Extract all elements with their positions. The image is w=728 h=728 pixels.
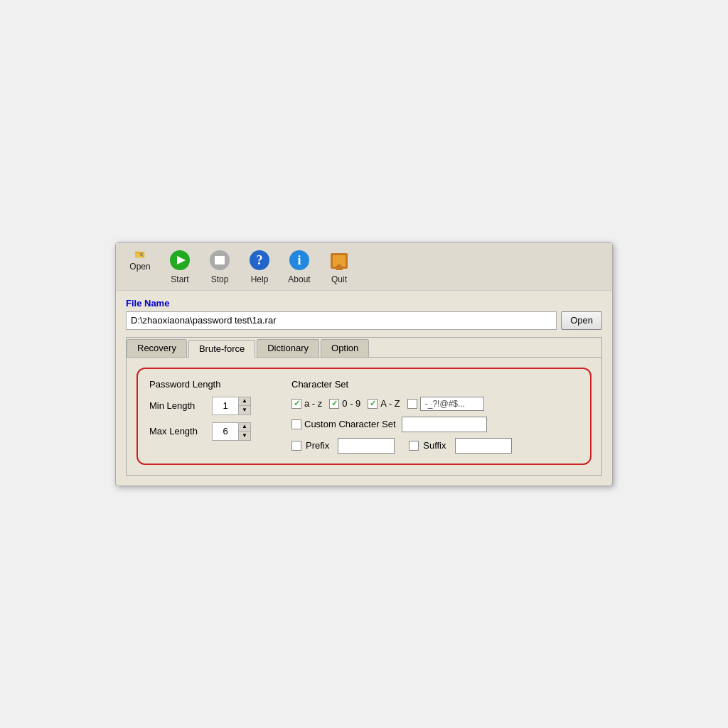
svg-text:?: ? xyxy=(257,253,263,267)
stop-toolbar-button[interactable]: Stop xyxy=(207,249,232,284)
min-length-down-button[interactable]: ▼ xyxy=(239,406,250,414)
zero9-checkbox-item: ✓ 0 - 9 xyxy=(329,398,360,409)
bf-top-row: Password Length Min Length ▲ ▼ xyxy=(149,379,579,454)
special-checkbox-item: -_?!@#$... xyxy=(407,397,484,411)
min-length-input[interactable] xyxy=(213,397,238,414)
svg-rect-18 xyxy=(337,264,341,267)
toolbar: Open Start Stop ? Help xyxy=(116,243,612,291)
suffix-input[interactable] xyxy=(455,438,512,454)
file-path-input[interactable] xyxy=(126,311,557,330)
zero9-checkbox[interactable]: ✓ xyxy=(329,399,339,409)
brute-force-tab-content: Password Length Min Length ▲ ▼ xyxy=(127,357,601,475)
AZ-checkbox-item: ✓ A - Z xyxy=(368,398,400,409)
max-length-row: Max Length ▲ ▼ xyxy=(149,422,263,441)
main-content: File Name Open Recovery Brute-force Dict… xyxy=(116,291,612,486)
password-length-title: Password Length xyxy=(149,379,263,390)
zero9-checkmark: ✓ xyxy=(331,400,338,407)
tab-recovery[interactable]: Recovery xyxy=(127,339,187,357)
zero9-label: 0 - 9 xyxy=(342,398,360,409)
az-label: a - z xyxy=(304,398,322,409)
svg-rect-3 xyxy=(135,253,144,257)
max-length-spinner: ▲ ▼ xyxy=(212,422,251,441)
help-toolbar-button[interactable]: ? Help xyxy=(247,249,272,284)
min-length-up-button[interactable]: ▲ xyxy=(239,397,250,406)
max-length-spinner-buttons: ▲ ▼ xyxy=(238,423,250,440)
max-length-up-button[interactable]: ▲ xyxy=(239,423,250,432)
file-open-button[interactable]: Open xyxy=(561,311,602,330)
character-set-section: Character Set ✓ a - z xyxy=(291,379,579,454)
password-length-section: Password Length Min Length ▲ ▼ xyxy=(149,379,263,454)
az-checkmark: ✓ xyxy=(294,400,300,407)
start-toolbar-button[interactable]: Start xyxy=(167,249,193,284)
charset-row3: Prefix Suffix xyxy=(291,438,579,454)
custom-charset-input[interactable] xyxy=(402,417,487,432)
min-length-row: Min Length ▲ ▼ xyxy=(149,397,263,415)
AZ-checkmark: ✓ xyxy=(370,400,376,407)
about-label: About xyxy=(288,274,310,284)
special-checkbox[interactable] xyxy=(407,399,417,409)
charset-row1: ✓ a - z ✓ 0 - 9 xyxy=(291,397,579,411)
prefix-item: Prefix xyxy=(291,438,395,454)
file-name-label: File Name xyxy=(126,298,602,309)
custom-checkbox-item: Custom Character Set xyxy=(291,419,396,429)
custom-label: Custom Character Set xyxy=(304,419,396,429)
suffix-item: Suffix xyxy=(409,438,511,454)
AZ-label: A - Z xyxy=(380,398,400,409)
prefix-input[interactable] xyxy=(338,438,395,454)
max-length-label: Max Length xyxy=(149,426,206,437)
quit-toolbar-button[interactable]: Quit xyxy=(326,249,352,284)
open-toolbar-button[interactable]: Open xyxy=(127,249,153,272)
app-window: Open Start Stop ? Help xyxy=(115,242,613,486)
charset-row2: Custom Character Set xyxy=(291,417,579,432)
special-chars-label[interactable]: -_?!@#$... xyxy=(420,397,484,411)
min-length-spinner-buttons: ▲ ▼ xyxy=(238,397,250,414)
stop-label: Stop xyxy=(211,274,229,284)
suffix-label: Suffix xyxy=(423,440,446,451)
char-set-title: Character Set xyxy=(291,379,579,390)
brute-force-panel: Password Length Min Length ▲ ▼ xyxy=(136,368,592,465)
prefix-label: Prefix xyxy=(306,440,329,451)
az-checkbox-item: ✓ a - z xyxy=(291,398,322,409)
prefix-checkbox[interactable] xyxy=(291,441,301,451)
tab-dictionary[interactable]: Dictionary xyxy=(257,339,319,357)
custom-checkbox[interactable] xyxy=(291,419,301,429)
min-length-label: Min Length xyxy=(149,400,206,411)
about-toolbar-button[interactable]: i About xyxy=(287,249,312,284)
file-row: Open xyxy=(126,311,602,330)
min-length-spinner: ▲ ▼ xyxy=(212,397,251,415)
max-length-input[interactable] xyxy=(213,423,238,440)
tab-brute-force[interactable]: Brute-force xyxy=(188,340,255,358)
file-section: File Name Open xyxy=(126,298,602,330)
svg-rect-10 xyxy=(215,256,225,264)
AZ-checkbox[interactable]: ✓ xyxy=(368,399,378,409)
tabs-header: Recovery Brute-force Dictionary Option xyxy=(127,338,601,357)
open-label: Open xyxy=(129,262,150,272)
az-checkbox[interactable]: ✓ xyxy=(291,399,301,409)
suffix-checkbox[interactable] xyxy=(409,441,419,451)
help-label: Help xyxy=(251,274,269,284)
quit-label: Quit xyxy=(331,274,347,284)
max-length-down-button[interactable]: ▼ xyxy=(239,432,250,440)
tab-option[interactable]: Option xyxy=(321,339,369,357)
start-label: Start xyxy=(171,274,188,284)
tabs-container: Recovery Brute-force Dictionary Option xyxy=(126,337,602,476)
svg-text:i: i xyxy=(297,253,301,267)
